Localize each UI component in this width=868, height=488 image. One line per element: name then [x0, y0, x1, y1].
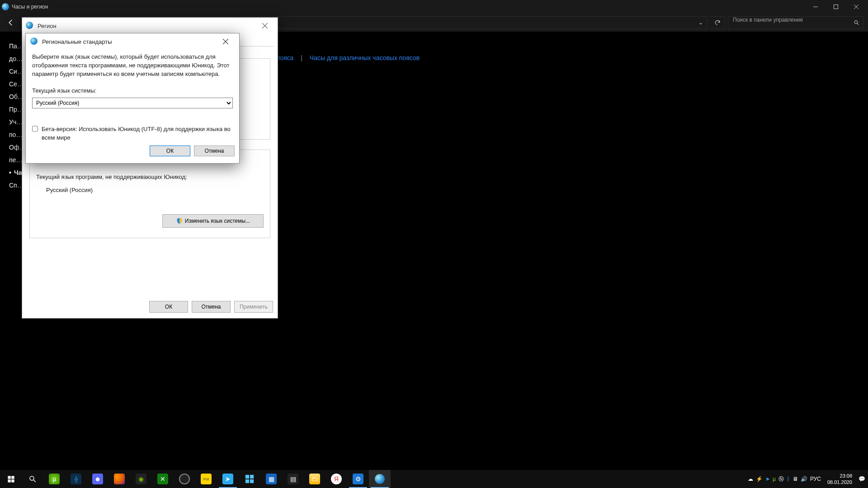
taskbar-app-movies[interactable]: ▦: [260, 470, 282, 488]
utf8-beta-checkbox[interactable]: Бета-версия: Использовать Юникод (UTF-8)…: [32, 125, 233, 142]
tray-onedrive-icon[interactable]: ☁: [748, 476, 753, 482]
change-system-locale-button[interactable]: Изменить язык системы...: [162, 214, 264, 228]
svg-rect-5: [11, 479, 14, 482]
shield-icon: [176, 217, 183, 225]
content-links: о пояса | Часы для различных часовых поя…: [271, 54, 420, 61]
chevron-down-icon: ⌄: [698, 19, 703, 26]
region-apply-button[interactable]: Применить: [234, 301, 273, 313]
tray-language[interactable]: РУС: [810, 476, 821, 482]
taskbar: µ ⟠ ☻ ◉ ✕ Pot ➤ ▦ ▤ 🗀 Я ⚙ ☁ ⚡ ➤ µ Ⓝ ᛒ 🖥 …: [0, 470, 868, 488]
region-close-button[interactable]: [256, 19, 274, 33]
tray-utorrent-icon[interactable]: µ: [773, 476, 776, 482]
link-world-clocks[interactable]: Часы для различных часовых поясов: [310, 54, 420, 61]
svg-rect-2: [8, 476, 10, 479]
nonunicode-value: Русский (Россия): [36, 187, 264, 193]
search-icon: [854, 20, 859, 26]
utf8-beta-checkbox-input[interactable]: [32, 126, 38, 132]
region-button-row: ОК Отмена Применить: [22, 301, 278, 313]
window-close-button[interactable]: [846, 0, 866, 14]
system-tray: ☁ ⚡ ➤ µ Ⓝ ᛒ 🖥 🔊 РУС 23:08 08.01.2020 💬: [748, 473, 868, 485]
regional-standards-dialog: Региональные стандарты Выберите язык (яз…: [25, 33, 240, 164]
tray-bluetooth-icon[interactable]: ᛒ: [787, 476, 790, 482]
taskbar-app-store[interactable]: [239, 470, 260, 488]
control-panel-window: Часы и регион ⌄ Поиск в панели управлени…: [0, 0, 868, 488]
region-cancel-button[interactable]: Отмена: [192, 301, 231, 313]
tray-notifications-icon[interactable]: 💬: [859, 476, 865, 482]
svg-rect-3: [11, 476, 14, 479]
tray-volume-icon[interactable]: 🔊: [801, 476, 807, 482]
window-minimize-button[interactable]: [805, 0, 826, 14]
svg-rect-0: [834, 5, 838, 9]
nav-back-button[interactable]: [0, 14, 22, 32]
taskbar-app-utorrent[interactable]: µ: [43, 470, 65, 488]
region-ok-button[interactable]: ОК: [149, 301, 188, 313]
tray-telegram-icon[interactable]: ➤: [765, 476, 770, 482]
search-button[interactable]: [22, 470, 43, 488]
taskbar-app-potplayer[interactable]: Pot: [195, 470, 217, 488]
taskbar-apps: µ ⟠ ☻ ◉ ✕ Pot ➤ ▦ ▤ 🗀 Я ⚙: [43, 470, 391, 488]
std-ok-button[interactable]: ОК: [150, 145, 190, 156]
std-cancel-button[interactable]: Отмена: [194, 145, 235, 156]
window-titlebar: Часы и регион: [0, 0, 868, 14]
svg-rect-8: [250, 475, 254, 479]
svg-point-6: [30, 476, 34, 480]
std-close-button[interactable]: [217, 35, 235, 48]
std-title: Региональные стандарты: [42, 38, 112, 45]
svg-rect-10: [250, 479, 254, 483]
taskbar-app-xbox[interactable]: ✕: [152, 470, 174, 488]
taskbar-app-obs[interactable]: [174, 470, 195, 488]
clock-region-icon: [2, 3, 9, 10]
svg-rect-9: [245, 479, 249, 483]
std-titlebar: Региональные стандарты: [26, 33, 239, 50]
std-label: Текущий язык системы:: [32, 86, 233, 95]
refresh-button[interactable]: [710, 16, 725, 29]
taskbar-app-battlenet[interactable]: ⟠: [65, 470, 87, 488]
taskbar-app-discord[interactable]: ☻: [87, 470, 108, 488]
svg-rect-4: [8, 479, 10, 482]
search-placeholder: Поиск в панели управления: [733, 17, 803, 23]
taskbar-app-nvidia[interactable]: ◉: [130, 470, 152, 488]
system-locale-select[interactable]: Русский (Россия): [32, 98, 233, 108]
tray-clock[interactable]: 23:08 08.01.2020: [824, 473, 856, 485]
tray-nvidia-icon[interactable]: Ⓝ: [778, 475, 784, 483]
svg-rect-7: [245, 475, 249, 479]
start-button[interactable]: [0, 470, 22, 488]
tray-lightning-icon[interactable]: ⚡: [756, 476, 763, 482]
taskbar-app-telegram[interactable]: ➤: [217, 470, 239, 488]
std-button-row: ОК Отмена: [26, 142, 239, 161]
taskbar-app-yandex[interactable]: Я: [326, 470, 347, 488]
nonunicode-label: Текущий язык программ, не поддерживающих…: [36, 174, 264, 180]
taskbar-app-clock-region[interactable]: [369, 470, 391, 488]
taskbar-app-calculator[interactable]: ▤: [282, 470, 304, 488]
search-input[interactable]: Поиск в панели управления: [728, 16, 863, 29]
globe-icon: [30, 38, 38, 46]
taskbar-app-explorer[interactable]: 🗀: [304, 470, 326, 488]
taskbar-app-settings[interactable]: ⚙: [347, 470, 369, 488]
region-titlebar: Регион: [22, 18, 278, 34]
window-title: Часы и регион: [12, 4, 48, 10]
globe-icon: [26, 22, 34, 30]
svg-point-1: [854, 21, 858, 24]
region-title: Регион: [38, 23, 57, 29]
std-description: Выберите язык (язык системы), который бу…: [32, 52, 233, 78]
utf8-beta-label: Бета-версия: Использовать Юникод (UTF-8)…: [42, 125, 233, 142]
tray-display-icon[interactable]: 🖥: [793, 476, 798, 482]
taskbar-app-firefox[interactable]: [108, 470, 130, 488]
window-maximize-button[interactable]: [826, 0, 846, 14]
